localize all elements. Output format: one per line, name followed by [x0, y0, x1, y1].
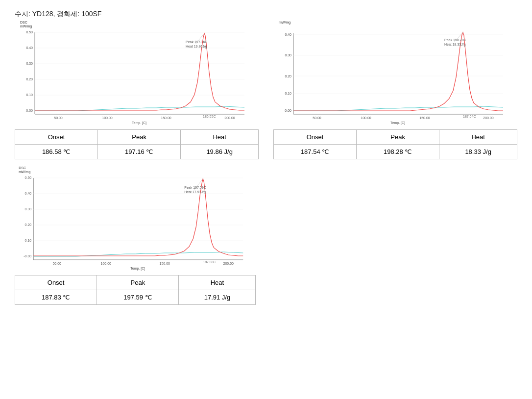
chart-1: DSC mW/mg 0.50 0.40 0.30 0.20 0.10 -0.00 [15, 19, 259, 126]
svg-text:0.10: 0.10 [25, 239, 32, 242]
peak-val-3: 197.59 ℃ [97, 290, 179, 305]
col-onset-1: Onset [15, 130, 98, 145]
svg-text:-0.00: -0.00 [284, 109, 291, 112]
top-row: DSC mW/mg 0.50 0.40 0.30 0.20 0.10 -0.00 [15, 19, 517, 159]
svg-text:DSC: DSC [20, 21, 27, 24]
svg-text:50.00: 50.00 [313, 116, 321, 120]
svg-text:Heat  19.86J/g: Heat 19.86J/g [186, 45, 207, 49]
onset-val-2: 187.54 ℃ [274, 145, 357, 159]
col-peak-3: Peak [97, 275, 179, 290]
svg-text:0.40: 0.40 [26, 46, 33, 50]
svg-text:Temp. [C]: Temp. [C] [130, 267, 145, 271]
svg-text:200.00: 200.00 [224, 116, 235, 120]
col-heat-3: Heat [179, 275, 256, 290]
table-row-2: 187.54 ℃ 198.28 ℃ 18.33 J/g [274, 145, 517, 159]
table-3: Onset Peak Heat 187.83 ℃ 197.59 ℃ 17.91 … [15, 275, 256, 305]
col-heat-1: Heat [181, 130, 259, 145]
svg-text:100.00: 100.00 [361, 116, 371, 120]
svg-text:150.00: 150.00 [160, 262, 170, 265]
chart-2: mW/mg 0.40 0.30 0.20 0.10 -0.00 50.00 10… [273, 19, 517, 126]
svg-text:150.00: 150.00 [419, 116, 430, 120]
svg-text:100.00: 100.00 [101, 262, 112, 265]
svg-text:0.20: 0.20 [26, 77, 33, 81]
svg-text:Peak  198.28C: Peak 198.28C [444, 38, 466, 42]
svg-text:0.40: 0.40 [25, 192, 32, 195]
header: 수지: YD128, 경화제: 100SF [15, 10, 517, 19]
svg-text:mW/mg: mW/mg [19, 170, 30, 174]
col-peak-1: Peak [98, 130, 181, 145]
peak-val-1: 197.16 ℃ [98, 145, 181, 159]
col-onset-3: Onset [15, 275, 97, 290]
svg-text:mW/mg: mW/mg [279, 21, 290, 25]
panel-3: DSC mW/mg 0.50 0.40 0.30 0.20 0.10 -0.00 [15, 164, 256, 305]
table-row-1: 186.58 ℃ 197.16 ℃ 19.86 J/g [15, 145, 259, 159]
onset-val-1: 186.58 ℃ [15, 145, 98, 159]
heat-val-2: 18.33 J/g [439, 145, 517, 159]
panel-1: DSC mW/mg 0.50 0.40 0.30 0.20 0.10 -0.00 [15, 19, 259, 159]
heat-val-3: 17.91 J/g [179, 290, 256, 305]
svg-text:DSC: DSC [19, 166, 26, 170]
table-row-3: 187.83 ℃ 197.59 ℃ 17.91 J/g [15, 290, 256, 305]
col-peak-2: Peak [357, 130, 439, 145]
svg-text:186.55C: 186.55C [203, 115, 216, 118]
svg-text:200.00: 200.00 [223, 262, 234, 265]
svg-text:150.00: 150.00 [161, 116, 171, 120]
svg-text:100.00: 100.00 [102, 116, 113, 120]
col-heat-2: Heat [439, 130, 517, 145]
svg-text:-0.00: -0.00 [24, 254, 31, 258]
svg-text:200.00: 200.00 [483, 116, 494, 120]
svg-text:0.20: 0.20 [285, 75, 291, 78]
svg-text:Temp. [C]: Temp. [C] [390, 121, 405, 125]
onset-val-3: 187.83 ℃ [15, 290, 97, 305]
svg-text:0.10: 0.10 [285, 92, 291, 95]
svg-text:0.50: 0.50 [25, 176, 32, 179]
bottom-row: DSC mW/mg 0.50 0.40 0.30 0.20 0.10 -0.00 [15, 164, 517, 305]
header-text: 수지: YD128, 경화제: 100SF [15, 10, 101, 18]
svg-text:0.20: 0.20 [25, 223, 32, 226]
peak-val-2: 198.28 ℃ [357, 145, 439, 159]
heat-val-1: 19.86 J/g [181, 145, 259, 159]
svg-text:50.00: 50.00 [54, 116, 63, 120]
svg-text:mW/mg: mW/mg [20, 25, 32, 28]
col-onset-2: Onset [274, 130, 357, 145]
svg-text:Peak  197.59C: Peak 197.59C [184, 186, 206, 189]
svg-text:187.83C: 187.83C [203, 260, 216, 264]
svg-text:50.00: 50.00 [52, 262, 61, 265]
svg-text:Heat  18.33J/g: Heat 18.33J/g [444, 43, 466, 47]
svg-text:0.30: 0.30 [26, 62, 33, 65]
svg-text:0.30: 0.30 [285, 53, 291, 57]
svg-text:Peak  197.16C: Peak 197.16C [186, 40, 207, 44]
svg-text:Heat  17.91J/g: Heat 17.91J/g [184, 190, 206, 194]
svg-text:-0.00: -0.00 [25, 109, 33, 112]
svg-text:0.30: 0.30 [25, 207, 32, 211]
panel-2: mW/mg 0.40 0.30 0.20 0.10 -0.00 50.00 10… [273, 19, 517, 159]
svg-text:0.50: 0.50 [26, 30, 33, 34]
chart-3: DSC mW/mg 0.50 0.40 0.30 0.20 0.10 -0.00 [15, 164, 256, 272]
svg-text:187.54C: 187.54C [463, 115, 476, 118]
svg-text:0.40: 0.40 [285, 33, 291, 36]
table-1: Onset Peak Heat 186.58 ℃ 197.16 ℃ 19.86 … [15, 129, 259, 159]
svg-text:0.10: 0.10 [26, 93, 33, 97]
svg-text:Temp. [C]: Temp. [C] [132, 121, 146, 125]
table-2: Onset Peak Heat 187.54 ℃ 198.28 ℃ 18.33 … [273, 129, 517, 159]
